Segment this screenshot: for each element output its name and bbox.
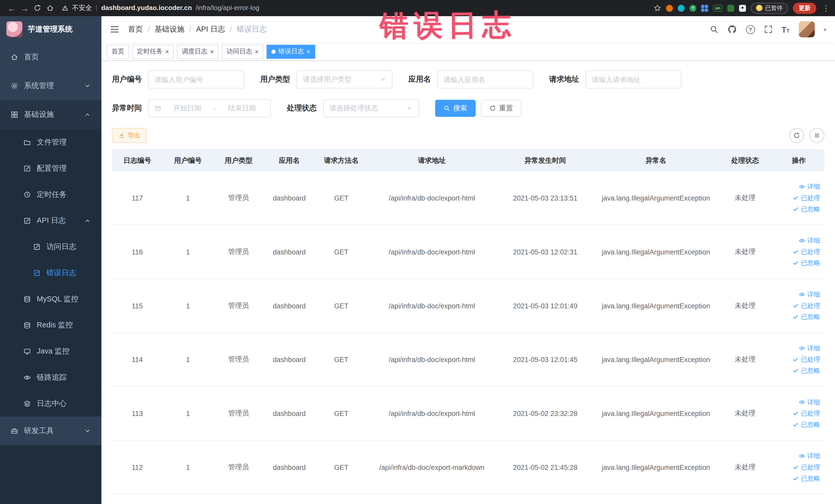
column-settings-button[interactable] [809, 128, 824, 143]
browser-menu-icon[interactable]: ⋮ [822, 4, 830, 12]
refresh-table-button[interactable] [789, 128, 804, 143]
help-icon[interactable]: ? [746, 25, 755, 34]
breadcrumb-item[interactable]: API 日志 [196, 25, 225, 34]
sidebar-item-infrastructure[interactable]: 基础设施 [0, 100, 101, 129]
not-secure-warning-icon [62, 5, 68, 11]
extension-on-badge[interactable]: on [713, 5, 722, 12]
action-ignored-link[interactable]: 已忽略 [776, 473, 820, 484]
extension-icon-pinwheel[interactable]: ✦ [739, 5, 746, 12]
font-size-icon[interactable]: TT [781, 25, 790, 33]
process-status-select[interactable]: 请选择处理状态 [323, 99, 419, 117]
user-type-select[interactable]: 请选择用户类型 [297, 70, 392, 88]
sidebar-item-redis-monitor[interactable]: Redis 监控 [0, 312, 101, 338]
check-icon [792, 195, 799, 201]
avatar-caret-icon[interactable]: ▾ [824, 26, 826, 32]
tab-access-log[interactable]: 访问日志 × [222, 44, 263, 58]
url-domain: dashboard.yudao.iocoder.cn [101, 4, 192, 12]
cell-actions: 详细 已处理 已忽略 [773, 332, 824, 386]
action-processed-link[interactable]: 已处理 [776, 192, 820, 204]
app-name-input[interactable] [444, 76, 527, 83]
sidebar-item-dev-tools[interactable]: 研发工具 [0, 417, 101, 445]
browser-forward-button[interactable]: → [18, 2, 31, 14]
breadcrumb-separator: / [230, 25, 232, 34]
user-id-input[interactable] [155, 76, 238, 83]
sidebar-item-home[interactable]: 首页 [0, 43, 101, 72]
database-icon [23, 321, 31, 329]
error-log-table: 日志编号 用户编号 用户类型 应用名 请求方法名 请求地址 异常发生时间 异常名… [112, 149, 824, 495]
extension-icon-teal[interactable] [678, 5, 685, 12]
sidebar-item-config-management[interactable]: 配置管理 [0, 155, 101, 181]
extension-icon-blue-grid[interactable] [701, 5, 708, 12]
action-ignored-link[interactable]: 已忽略 [776, 419, 820, 430]
tab-error-log[interactable]: 错误日志 × [267, 44, 315, 58]
action-detail-link[interactable]: 详细 [776, 450, 820, 462]
action-detail-link[interactable]: 详细 [776, 289, 820, 300]
sidebar-item-mysql-monitor[interactable]: MySQL 监控 [0, 286, 101, 312]
action-processed-link[interactable]: 已处理 [776, 246, 820, 258]
sidebar-item-file-management[interactable]: 文件管理 [0, 129, 101, 155]
sidebar-item-access-log[interactable]: 访问日志 [0, 234, 101, 260]
tab-scheduled-tasks[interactable]: 定时任务 × [132, 44, 174, 58]
cell-user-type: 管理员 [213, 440, 264, 494]
search-button[interactable]: 搜索 [435, 100, 476, 117]
tab-close-icon[interactable]: × [165, 48, 169, 55]
fullscreen-icon[interactable] [764, 25, 772, 34]
browser-reload-button[interactable] [31, 2, 44, 14]
cell-method: GET [315, 171, 368, 225]
browser-back-button[interactable]: ← [5, 2, 18, 14]
action-ignored-link[interactable]: 已忽略 [776, 257, 820, 268]
sidebar-item-api-log[interactable]: API 日志 [0, 207, 101, 234]
cell-actions: 详细 已处理 已忽略 [773, 171, 824, 225]
browser-home-button[interactable] [44, 2, 57, 14]
sidebar-item-scheduled-tasks[interactable]: 定时任务 [0, 181, 101, 207]
github-icon[interactable] [727, 25, 737, 34]
action-detail-link[interactable]: 详细 [776, 343, 820, 354]
action-detail-link[interactable]: 详细 [776, 397, 820, 408]
action-detail-link[interactable]: 详细 [776, 235, 820, 246]
bookmark-star-icon[interactable] [654, 4, 661, 12]
sidebar-item-trace[interactable]: 链路追踪 [0, 364, 101, 390]
breadcrumb-item[interactable]: 首页 [128, 25, 143, 34]
tab-schedule-log[interactable]: 调度日志 × [177, 44, 219, 58]
paused-badge[interactable]: 已暂停 [751, 2, 788, 14]
avatar[interactable] [799, 21, 815, 37]
action-ignored-link[interactable]: 已忽略 [776, 203, 820, 215]
breadcrumb-item[interactable]: 基础设施 [155, 25, 184, 34]
extension-icon-orange[interactable] [666, 5, 673, 12]
address-bar[interactable]: 不安全 | dashboard.yudao.iocoder.cn/infra/l… [62, 4, 260, 13]
chevron-up-icon [84, 217, 90, 224]
filter-user-type: 用户类型 请选择用户类型 [260, 70, 392, 88]
action-processed-link[interactable]: 已处理 [776, 408, 820, 419]
browser-update-button[interactable]: 更新 [793, 2, 816, 14]
toolbox-icon [11, 427, 18, 435]
action-processed-link[interactable]: 已处理 [776, 354, 820, 365]
sidebar-toggle-button[interactable] [110, 25, 119, 34]
download-icon [118, 132, 125, 139]
app-logo[interactable]: 芋道管理系统 [0, 16, 101, 43]
tab-close-icon[interactable]: × [210, 48, 214, 55]
home-icon [11, 54, 18, 61]
sidebar-item-system-management[interactable]: 系统管理 [0, 72, 101, 100]
action-ignored-link[interactable]: 已忽略 [776, 311, 820, 322]
extension-icon-green-y[interactable]: Y [690, 5, 696, 12]
tab-home[interactable]: 首页 [106, 44, 129, 58]
cell-app-name: dashboard [264, 171, 314, 225]
cell-log-id: 116 [112, 225, 162, 279]
export-button[interactable]: 导出 [112, 128, 147, 143]
action-processed-link[interactable]: 已处理 [776, 462, 820, 473]
sidebar-item-java-monitor[interactable]: Java 监控 [0, 338, 101, 364]
extension-icon-tree[interactable] [727, 5, 734, 12]
reset-button[interactable]: 重置 [481, 100, 522, 117]
tab-close-icon[interactable]: × [255, 48, 259, 55]
action-detail-link[interactable]: 详细 [776, 181, 820, 192]
tab-close-icon[interactable]: × [307, 48, 311, 55]
date-range-picker[interactable]: 开始日期 - 结束日期 [148, 99, 271, 117]
filter-app-name: 应用名 [408, 70, 533, 88]
search-icon[interactable] [710, 25, 718, 34]
sidebar-item-log-center[interactable]: 日志中心 [0, 390, 101, 417]
sidebar-item-error-log[interactable]: 错误日志 [0, 260, 101, 286]
action-processed-link[interactable]: 已处理 [776, 300, 820, 311]
request-url-input[interactable] [592, 76, 675, 83]
action-ignored-link[interactable]: 已忽略 [776, 365, 820, 377]
breadcrumb-item-current: 错误日志 [237, 25, 267, 34]
